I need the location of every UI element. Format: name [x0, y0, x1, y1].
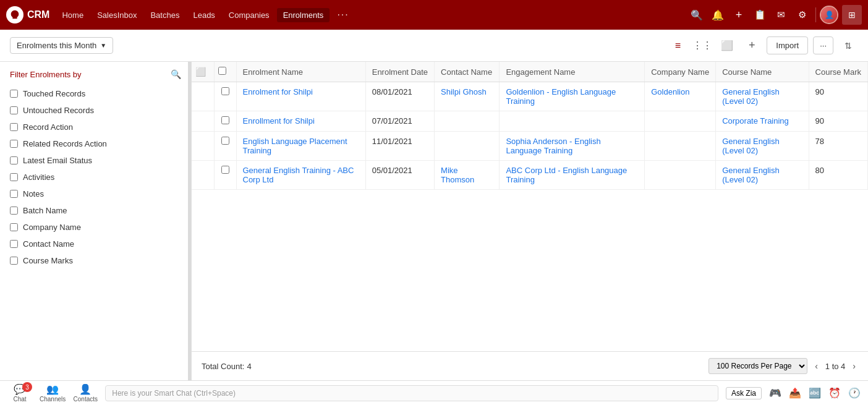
row3-checkbox[interactable] [221, 137, 229, 145]
page-prev-btn[interactable]: ‹ [812, 360, 820, 372]
row1-checkbox[interactable] [221, 87, 229, 95]
col-header-course-mark: Course Mark [809, 62, 867, 82]
row1-enrolment-date: 08/01/2021 [365, 82, 434, 111]
row2-checkbox[interactable] [221, 116, 229, 124]
row1-enrolment-link[interactable]: Enrolment for Shilpi [243, 87, 313, 96]
smart-chat-input[interactable]: Here is your Smart Chat (Ctrl+Space) [105, 385, 718, 401]
row3-course-mark: 78 [809, 132, 867, 161]
filter-notes[interactable]: Notes [0, 185, 191, 202]
course-marks-checkbox[interactable] [10, 257, 18, 265]
row4-company-name [645, 161, 716, 190]
import-button[interactable]: Import [767, 36, 808, 54]
bottom-share-icon[interactable]: 📤 [789, 387, 801, 399]
nav-item-more[interactable]: ··· [331, 7, 355, 23]
record-action-checkbox[interactable] [10, 123, 18, 131]
row4-course-name: General English (Level 02) [716, 161, 809, 190]
more-actions-btn[interactable]: ··· [813, 36, 833, 54]
bottom-gamepad-icon[interactable]: 🎮 [769, 387, 781, 399]
row4-checkbox[interactable] [221, 166, 229, 174]
filter-latest-email-status[interactable]: Latest Email Status [0, 152, 191, 169]
search-icon-btn[interactable]: 🔍 [687, 5, 707, 25]
row2-enrolment-link[interactable]: Enrollment for Shilpi [243, 116, 315, 126]
row2-company-name [645, 111, 716, 132]
touched-records-checkbox[interactable] [10, 90, 18, 98]
channels-btn[interactable]: 👥 Channels [40, 383, 66, 403]
sort-icon-btn[interactable]: ⇅ [838, 36, 858, 56]
add-icon-btn[interactable]: + [729, 5, 749, 25]
sidebar-resize-handle[interactable] [188, 62, 191, 380]
user-avatar[interactable]: 👤 [820, 6, 838, 24]
filter-untouched-records[interactable]: Untouched Records [0, 102, 191, 119]
nav-icons-group: 🔍 🔔 + 📋 ✉ ⚙ 👤 ⊞ [687, 5, 862, 25]
row3-enrolment-name: English Language Placement Training [236, 132, 365, 161]
row3-enrolment-link[interactable]: English Language Placement Training [243, 137, 347, 155]
filter-course-marks[interactable]: Course Marks [0, 252, 191, 269]
nav-item-home[interactable]: Home [56, 8, 90, 22]
contacts-btn[interactable]: 👤 Contacts [73, 383, 98, 403]
list-view-icon-btn[interactable]: ≡ [668, 36, 687, 56]
settings-icon-btn[interactable]: ⚙ [792, 5, 812, 25]
activities-checkbox[interactable] [10, 173, 18, 181]
logo[interactable]: CRM [6, 6, 49, 23]
row1-course-link[interactable]: General English (Level 02) [722, 87, 780, 106]
contact-name-checkbox[interactable] [10, 240, 18, 248]
row1-engagement-link[interactable]: Goldenlion - English Language Training [506, 87, 616, 106]
view-selector[interactable]: Enrolments this Month ▼ [10, 37, 113, 54]
select-all-icon[interactable]: ⬜ [195, 67, 210, 77]
filter-icon-btn[interactable]: ⬜ [717, 36, 737, 56]
row1-contact-name: Shilpi Ghosh [435, 82, 500, 111]
filter-header-label: Filter Enrolments by [10, 70, 82, 79]
row4-course-mark: 80 [809, 161, 867, 190]
column-view-icon-btn[interactable]: ⋮⋮ [692, 36, 712, 56]
row2-course-link[interactable]: Corporate Training [722, 116, 789, 126]
bell-icon-btn[interactable]: 🔔 [708, 5, 728, 25]
chat-btn[interactable]: 💬 Chat 3 [7, 383, 32, 403]
filter-batch-name[interactable]: Batch Name [0, 202, 191, 219]
ask-zia-btn[interactable]: Ask Zia [726, 387, 762, 399]
nav-item-batches[interactable]: Batches [144, 8, 185, 22]
row4-contact-link[interactable]: Mike Thomson [441, 166, 474, 184]
row3-course-link[interactable]: General English (Level 02) [722, 137, 780, 155]
nav-item-companies[interactable]: Companies [223, 8, 276, 22]
per-page-select[interactable]: 100 Records Per Page [708, 358, 807, 374]
bottom-translate-icon[interactable]: 🔤 [809, 387, 821, 399]
page-next-btn[interactable]: › [850, 360, 858, 372]
filter-related-records-action[interactable]: Related Records Action [0, 135, 191, 152]
calendar-icon-btn[interactable]: 📋 [750, 5, 770, 25]
select-all-checkbox[interactable] [218, 67, 226, 75]
enrolment-name-col-label: Enrolment Name [243, 67, 304, 77]
related-records-action-checkbox[interactable] [10, 140, 18, 148]
untouched-records-checkbox[interactable] [10, 106, 18, 114]
nav-item-salesinbox[interactable]: SalesInbox [91, 8, 143, 22]
total-count-label: Total Count: [202, 362, 244, 371]
app-name: CRM [27, 9, 49, 20]
grid-menu-btn[interactable]: ⊞ [842, 5, 862, 25]
filter-record-action[interactable]: Record Action [0, 119, 191, 135]
row1-company-link[interactable]: Goldenlion [651, 87, 689, 96]
table-container: ⬜ Enrolment Name Enrolment Date Contact [192, 62, 868, 351]
row4-engagement-link[interactable]: ABC Corp Ltd - English Language Training [506, 166, 627, 184]
filter-touched-records[interactable]: Touched Records [0, 85, 191, 102]
row4-enrolment-link[interactable]: General English Training - ABC Corp Ltd [243, 166, 354, 184]
add-record-btn[interactable]: + [742, 36, 762, 56]
row2-course-name: Corporate Training [716, 111, 809, 132]
nav-item-leads[interactable]: Leads [187, 8, 221, 22]
bottom-bar: 💬 Chat 3 👥 Channels 👤 Contacts Here is y… [0, 380, 868, 405]
row4-course-link[interactable]: General English (Level 02) [722, 166, 780, 184]
latest-email-status-checkbox[interactable] [10, 156, 18, 164]
company-name-checkbox[interactable] [10, 223, 18, 231]
chat-label: Chat [13, 396, 26, 403]
bottom-clock-icon[interactable]: ⏰ [828, 387, 841, 399]
filter-company-name[interactable]: Company Name [0, 219, 191, 236]
mail-icon-btn[interactable]: ✉ [771, 5, 791, 25]
batch-name-checkbox[interactable] [10, 207, 18, 215]
row3-engagement-link[interactable]: Sophia Anderson - English Language Train… [506, 137, 600, 155]
sidebar-search-icon[interactable]: 🔍 [171, 69, 181, 79]
nav-item-enrolments[interactable]: Enrolments [277, 8, 330, 22]
contact-name-label: Contact Name [23, 239, 74, 249]
filter-contact-name[interactable]: Contact Name [0, 236, 191, 252]
row1-contact-link[interactable]: Shilpi Ghosh [441, 87, 487, 96]
filter-activities[interactable]: Activities [0, 169, 191, 185]
notes-checkbox[interactable] [10, 190, 18, 198]
bottom-history-icon[interactable]: 🕐 [848, 387, 861, 399]
